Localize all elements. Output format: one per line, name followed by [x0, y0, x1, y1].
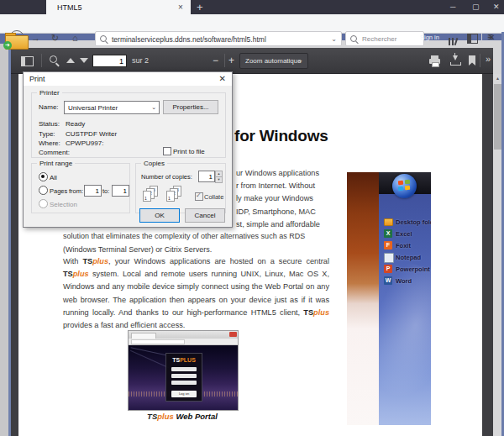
vista-sidebar: Desktop folder X Excel F Foxit Notepad P…	[379, 172, 431, 425]
powerpoint-icon: P	[384, 265, 392, 273]
zoom-out-icon[interactable]: −	[213, 55, 218, 66]
mini-browser-toolbar	[129, 339, 238, 345]
find-icon[interactable]	[50, 55, 57, 63]
window-minimize-button[interactable]: ─	[450, 3, 455, 11]
word-icon: W	[384, 276, 392, 285]
zoom-in-icon[interactable]: +	[228, 55, 234, 66]
pages-to-input[interactable]	[112, 185, 129, 197]
chevron-down-icon: ⌄	[297, 56, 303, 64]
printer-status: Ready	[66, 120, 85, 128]
bookmark-icon[interactable]	[469, 55, 475, 66]
tab-bar: HTML5 × + ─ ▢ ✕	[0, 0, 504, 14]
download-icon[interactable]	[450, 55, 459, 66]
next-page-icon[interactable]	[80, 58, 88, 63]
image-caption: TSplus Web Portal	[128, 412, 237, 421]
mini-input	[171, 374, 197, 378]
dialog-close-icon[interactable]: ✕	[219, 74, 226, 83]
paragraph-line: r from Internet. Without	[236, 181, 315, 190]
search-icon	[350, 35, 357, 42]
sidebar-screenshot-image: Desktop folder X Excel F Foxit Notepad P…	[347, 172, 431, 425]
print-icon[interactable]	[429, 55, 440, 66]
page-count-label: sur 2	[132, 56, 149, 65]
check-icon: ✓	[196, 192, 202, 199]
toolbar-divider	[481, 33, 482, 43]
window-close-button[interactable]: ✕	[493, 3, 500, 11]
notepad-icon	[384, 253, 394, 263]
zoom-select[interactable]: Zoom automatique ⌄	[239, 53, 308, 69]
paragraph-line: ly make your Windows	[236, 194, 313, 202]
collate-page: 1	[143, 191, 151, 202]
reload-button[interactable]: ↻	[51, 33, 59, 44]
search-input[interactable]: Rechercher	[345, 31, 424, 46]
folder-icon	[384, 218, 393, 226]
paragraph-line: solution that eliminates the complexity …	[63, 232, 332, 240]
mini-close-icon	[229, 332, 237, 337]
mini-login-panel: TSPLUS Log on	[165, 353, 202, 402]
printer-where: CPWPU997:	[66, 139, 103, 147]
folder-arrow-icon: ➜	[3, 41, 12, 50]
sign-in-button[interactable]: Sign in	[420, 34, 439, 41]
toolbar-divider	[41, 54, 42, 67]
copies-spinner[interactable]: ▲ ▼	[198, 171, 220, 182]
printer-type: CUSTPDF Writer	[66, 130, 117, 138]
zoom-select-value: Zoom automatique	[245, 57, 302, 65]
cancel-button[interactable]: Cancel	[185, 208, 225, 223]
sidebar-toggle-icon[interactable]	[467, 34, 478, 44]
printer-name-value: Universal Printer	[68, 104, 118, 112]
scrollbar-thumb[interactable]	[494, 84, 501, 150]
mini-portal-body: TSPLUS Log on	[129, 345, 238, 410]
document-heading: for Windows	[234, 127, 328, 145]
tsplus-logo: TSPLUS	[166, 357, 202, 363]
tab-close-icon[interactable]: ×	[178, 3, 183, 12]
collate-checkbox[interactable]: ✓	[195, 192, 203, 201]
range-all-radio[interactable]	[39, 172, 48, 181]
window-maximize-button[interactable]: ▢	[472, 3, 480, 11]
sidebar-toggle-icon[interactable]	[21, 56, 34, 66]
print-dialog-titlebar[interactable]: Print ✕	[24, 72, 232, 86]
excel-icon: X	[384, 229, 392, 238]
tab-html5[interactable]: HTML5 ×	[46, 0, 191, 14]
mini-input	[171, 367, 197, 371]
window-border-left	[8, 40, 11, 436]
collate-page: 1	[166, 191, 175, 202]
tsplus-brand: TS	[303, 308, 313, 317]
foxit-icon: F	[384, 241, 392, 250]
properties-button[interactable]: Properties...	[163, 100, 218, 114]
ribbon-collapse-icon[interactable]: ⌄	[215, 31, 230, 38]
chevron-down-icon: ⌄	[151, 104, 156, 111]
paragraph-line: ur Windows applications	[236, 169, 319, 177]
home-button[interactable]: ⌂	[72, 33, 78, 43]
paragraph-line: IDP, Smartphone, MAC	[236, 207, 316, 216]
previous-page-icon[interactable]	[66, 58, 75, 63]
new-tab-button[interactable]: +	[197, 1, 203, 13]
mini-input	[171, 381, 197, 385]
print-to-file-checkbox[interactable]	[163, 147, 171, 155]
printer-group: Printer Name: Universal Printer ⌄ Proper…	[31, 92, 226, 158]
forward-button[interactable]: →	[31, 33, 40, 43]
navigation-toolbar: ← → ↻ ⌂ terminalserviceplus.ddns.net/sof…	[0, 14, 504, 34]
ok-button[interactable]: OK	[139, 208, 180, 223]
page-number-input[interactable]	[92, 55, 127, 67]
copies-input[interactable]	[198, 171, 215, 182]
paragraph-line: (Windows Terminal Server) or Citrix Serv…	[63, 245, 332, 254]
url-text: terminalserviceplus.ddns.net/software/ht…	[112, 35, 266, 44]
more-tools-icon[interactable]: »	[486, 54, 491, 64]
range-selection-radio	[39, 199, 48, 208]
paragraph-line: st, simple and affordable	[236, 220, 320, 229]
range-pages-radio[interactable]	[39, 186, 48, 195]
dialog-title: Print	[29, 75, 45, 83]
pdf-toolbar: sur 2 − + Zoom automatique ⌄ »	[11, 48, 493, 74]
spin-down-icon[interactable]: ▼	[215, 176, 223, 183]
search-placeholder: Rechercher	[362, 35, 396, 43]
toolbar-divider	[224, 54, 225, 67]
library-icon[interactable]	[449, 34, 459, 49]
tab-title: HTML5	[57, 3, 82, 12]
toolbar-divider	[480, 54, 480, 67]
search-icon	[100, 35, 107, 42]
tsplus-brand: TS	[63, 270, 73, 278]
pages-from-input[interactable]	[84, 185, 102, 197]
inner-window-close-icon[interactable]: ✕	[488, 33, 495, 42]
printer-name-select[interactable]: Universal Printer ⌄	[64, 101, 160, 114]
downloads-folder-icon[interactable]: ➜	[5, 33, 27, 48]
chevron-down-icon[interactable]: ⌄	[331, 35, 337, 43]
